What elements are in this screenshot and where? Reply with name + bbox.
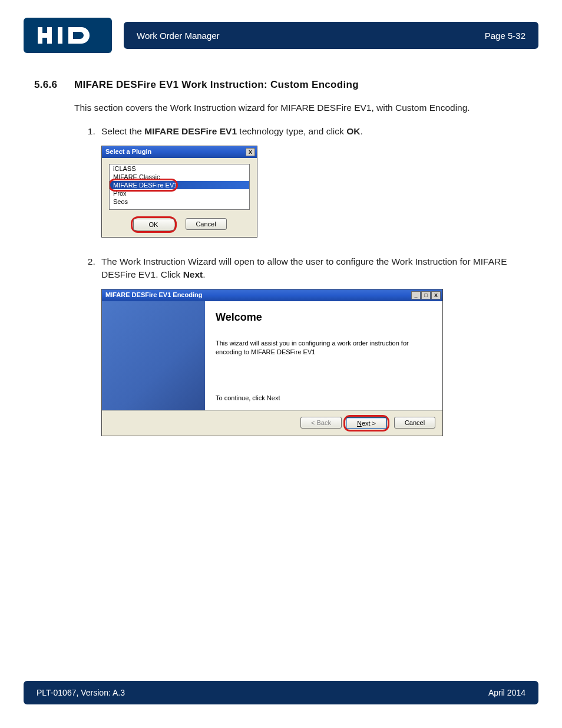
next-button-rest: ext > (362, 420, 376, 427)
list-item[interactable]: MIFARE Classic (110, 173, 249, 181)
header-title: Work Order Manager (137, 31, 220, 41)
wizard-side-panel (102, 301, 205, 410)
cancel-button[interactable]: Cancel (394, 417, 435, 429)
wizard-description: This wizard will assist you in configuri… (216, 339, 432, 357)
section-intro: This section covers the Work Instruction… (74, 101, 538, 114)
dialog-titlebar: Select a Plugin X (102, 146, 257, 158)
page-header: Work Order Manager Page 5-32 (24, 18, 538, 53)
step-1: Select the MIFARE DESFire EV1 technology… (98, 125, 538, 237)
list-item-selected[interactable]: MIFARE DESFire EV1 (110, 181, 249, 189)
header-bar: Work Order Manager Page 5-32 (124, 22, 538, 49)
cancel-button[interactable]: Cancel (186, 218, 227, 230)
dialog-title: Select a Plugin (105, 147, 151, 157)
wizard-heading: Welcome (216, 309, 432, 325)
list-item[interactable]: Seos (110, 197, 249, 206)
minimize-button[interactable]: _ (411, 291, 421, 299)
svg-rect-3 (58, 27, 62, 44)
step-2: The Work Instruction Wizard will open to… (98, 255, 538, 436)
wizard-title: MIFARE DESFire EV1 Encoding (105, 291, 202, 300)
back-button: < Back (300, 417, 342, 429)
plugin-listbox[interactable]: iCLASS MIFARE Classic MIFARE DESFire EV1… (109, 164, 250, 210)
footer-doc-id: PLT-01067, Version: A.3 (37, 688, 125, 697)
wizard-continue-text: To continue, click Next (216, 394, 432, 403)
page-footer: PLT-01067, Version: A.3 April 2014 (24, 681, 538, 704)
wizard-titlebar: MIFARE DESFire EV1 Encoding _ □ X (102, 289, 442, 301)
maximize-button[interactable]: □ (421, 291, 431, 299)
wizard-dialog: MIFARE DESFire EV1 Encoding _ □ X Welcom… (101, 289, 443, 436)
annotation-circle: Next > (343, 415, 389, 431)
footer-date: April 2014 (488, 688, 525, 697)
svg-rect-2 (38, 33, 52, 38)
select-plugin-dialog: Select a Plugin X iCLASS MIFARE Classic … (101, 146, 257, 238)
section-title: MIFARE DESFire EV1 Work Instruction: Cus… (74, 79, 359, 91)
list-item[interactable]: Prox (110, 189, 249, 197)
ok-button[interactable]: OK (133, 219, 174, 230)
list-item[interactable]: iCLASS (110, 164, 249, 173)
close-button[interactable]: X (431, 291, 441, 299)
svg-rect-4 (68, 27, 73, 44)
section-heading: 5.6.6 MIFARE DESFire EV1 Work Instructio… (34, 79, 538, 91)
next-button[interactable]: Next > (346, 417, 387, 429)
page-number: Page 5-32 (485, 31, 525, 41)
annotation-circle: OK (131, 216, 177, 233)
section-number: 5.6.6 (34, 79, 62, 91)
hid-logo (24, 18, 112, 53)
close-button[interactable]: X (246, 148, 255, 156)
